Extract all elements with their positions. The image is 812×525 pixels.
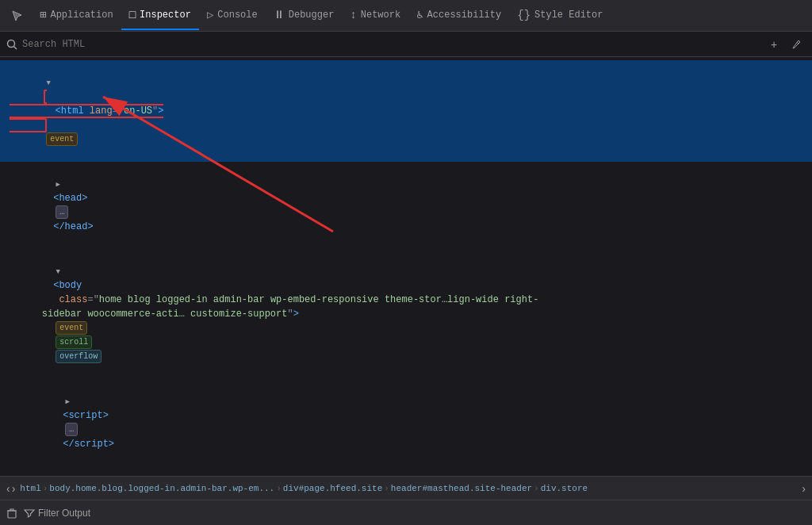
svg-line-1	[14, 46, 17, 49]
search-input[interactable]	[22, 39, 760, 50]
breadcrumb-item-html[interactable]: html	[20, 484, 40, 493]
breadcrumb: ‹ › html › body.home.blog.logged-in.admi…	[0, 476, 812, 500]
breadcrumb-back-button[interactable]: ‹	[6, 482, 10, 495]
script-line[interactable]: <script> … </script>	[0, 379, 812, 466]
breadcrumb-sep-4: ›	[534, 484, 539, 493]
breadcrumb-sep-3: ›	[384, 484, 389, 493]
html-root-line[interactable]: <html lang="en-US"> event	[0, 60, 812, 162]
search-bar: +	[0, 32, 812, 57]
console-icon: ▷	[207, 8, 213, 21]
filter-output-button[interactable]: Filter Output	[24, 508, 90, 519]
html-view[interactable]: <html lang="en-US"> event <head> … </hea…	[0, 57, 812, 476]
eyedropper-button[interactable]	[787, 35, 806, 54]
body-scroll-badge[interactable]: scroll	[56, 335, 92, 349]
breadcrumb-forward-button[interactable]: ›	[12, 482, 16, 495]
script-ellipsis: …	[65, 423, 78, 436]
debugger-icon: ⏸	[274, 9, 285, 21]
bottom-bar: Filter Output	[0, 500, 812, 525]
body-event-badge[interactable]: event	[56, 321, 87, 335]
head-line[interactable]: <head> … </head>	[0, 162, 812, 249]
expand-toggle[interactable]	[53, 264, 63, 278]
breadcrumb-item-header[interactable]: header#masthead.site-header	[391, 484, 532, 493]
breadcrumb-sep-1: ›	[43, 484, 48, 493]
accessibility-icon: ♿	[416, 8, 423, 21]
tab-style-editor[interactable]: {} Style Editor	[509, 2, 611, 30]
trash-icon	[6, 508, 17, 519]
breadcrumb-nav: ‹ ›	[6, 482, 15, 495]
tab-application[interactable]: ⊞ Application	[32, 2, 121, 30]
breadcrumb-item-div[interactable]: div.store	[541, 484, 588, 493]
search-actions: +	[764, 35, 806, 54]
filter-icon	[24, 508, 35, 519]
style-editor-icon: {}	[517, 9, 530, 21]
html-tag-box: <html lang="en-US">	[10, 90, 163, 132]
svg-point-0	[8, 40, 15, 47]
breadcrumb-item-page[interactable]: div#page.hfeed.site	[283, 484, 382, 493]
trash-button[interactable]	[6, 508, 17, 519]
tab-inspector[interactable]: □ Inspector	[121, 2, 199, 30]
picker-button[interactable]	[3, 2, 32, 30]
expand-toggle[interactable]	[44, 75, 53, 90]
event-badge[interactable]: event	[46, 132, 78, 146]
breadcrumb-item-body[interactable]: body.home.blog.logged-in.admin-bar.wp-em…	[49, 484, 274, 493]
network-icon: ↕	[350, 9, 356, 21]
inspector-icon: □	[129, 9, 136, 21]
breadcrumb-end-button[interactable]: ›	[802, 482, 806, 495]
svg-rect-4	[8, 511, 16, 518]
body-overflow-badge[interactable]: overflow	[56, 350, 102, 363]
tab-debugger[interactable]: ⏸ Debugger	[266, 2, 343, 30]
search-icon	[6, 39, 17, 50]
expand-toggle[interactable]	[63, 394, 72, 408]
tab-console[interactable]: ▷ Console	[199, 2, 266, 30]
tab-network[interactable]: ↕ Network	[342, 2, 408, 30]
add-node-button[interactable]: +	[764, 35, 783, 54]
body-line[interactable]: <body class="home blog logged-in admin-b…	[0, 249, 812, 379]
tab-accessibility[interactable]: ♿ Accessibility	[408, 2, 509, 30]
head-ellipsis: …	[56, 205, 68, 219]
expand-toggle[interactable]	[53, 177, 63, 191]
html-view-wrapper: <html lang="en-US"> event <head> … </hea…	[0, 57, 812, 476]
application-icon: ⊞	[40, 8, 46, 21]
toolbar: ⊞ Application □ Inspector ▷ Console ⏸ De…	[0, 0, 812, 32]
breadcrumb-sep-2: ›	[276, 484, 282, 493]
div-adminbar-line[interactable]: <div id="wpadminbar" class="nq" … </div>…	[0, 466, 812, 476]
